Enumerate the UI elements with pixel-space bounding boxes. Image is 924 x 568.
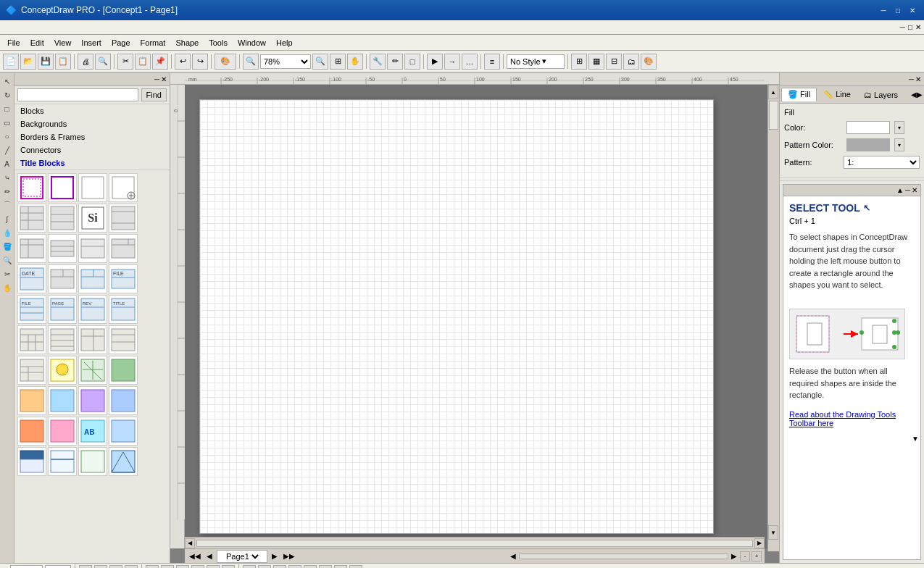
shape-12[interactable] [109, 234, 138, 263]
page-last-button[interactable]: ▶▶ [282, 552, 296, 560]
pattern-color-swatch[interactable] [846, 138, 890, 151]
help-scroll-down-button[interactable]: ▼ [912, 435, 919, 443]
shape-28[interactable] [109, 356, 138, 385]
grid-button[interactable]: ⊞ [571, 54, 587, 70]
underline-button[interactable]: U [176, 565, 189, 568]
category-connectors[interactable]: Connectors [14, 143, 170, 156]
print-button[interactable]: 🖨 [78, 54, 93, 70]
cut-button[interactable]: ✂ [117, 54, 133, 70]
shape-1[interactable] [17, 173, 46, 202]
category-blocks[interactable]: Blocks [14, 104, 170, 117]
tool-1[interactable]: 🔧 [370, 54, 386, 70]
align-top-button[interactable]: ⊤ [304, 565, 317, 568]
shape-38[interactable] [48, 447, 77, 476]
shape-29[interactable] [17, 386, 46, 415]
horizontal-scrollbar[interactable]: ◀ ▶ [185, 537, 765, 548]
menu-window[interactable]: Window [233, 37, 270, 49]
canvas-scroll[interactable] [185, 85, 779, 548]
right-tabs-scroll-left[interactable]: ◀ [911, 91, 917, 99]
page-next-button[interactable]: ▶ [270, 552, 279, 560]
select-tool[interactable]: ↖ [1, 75, 14, 88]
category-title-blocks[interactable]: Title Blocks [14, 156, 170, 170]
shape-8[interactable] [109, 204, 138, 233]
tool-6[interactable]: … [462, 54, 478, 70]
tool-2[interactable]: ✏ [387, 54, 403, 70]
close-button[interactable]: ✕ [907, 4, 918, 16]
connect-tool[interactable]: ⤷ [1, 171, 14, 184]
shape-6[interactable] [48, 204, 77, 233]
search-input[interactable] [17, 88, 138, 101]
menu-shape[interactable]: Shape [171, 37, 203, 49]
help-link[interactable]: Read about the Drawing Tools Toolbar her… [789, 410, 896, 427]
shape-10[interactable] [48, 234, 77, 263]
bezier-tool[interactable]: ∫ [1, 212, 14, 225]
shape-15[interactable] [78, 264, 107, 293]
italic-button[interactable]: I [161, 565, 174, 568]
crop-tool[interactable]: ✂ [1, 267, 14, 280]
zoom-select[interactable]: 78% [260, 54, 311, 69]
open-button[interactable]: 📂 [20, 54, 36, 70]
zoom-tool[interactable]: 🔍 [1, 254, 14, 267]
page-tab-1[interactable]: Page1 [217, 550, 267, 563]
layers-button[interactable]: 🗂 [623, 54, 639, 70]
save-button[interactable]: 💾 [38, 54, 54, 70]
font-larger-button[interactable]: A+ [79, 565, 92, 568]
scroll-thumb-h[interactable] [196, 540, 753, 547]
shape-4[interactable] [109, 173, 138, 202]
scroll-right-button[interactable]: ▶ [731, 552, 737, 560]
align-bottom-button[interactable]: ⊥ [334, 565, 347, 568]
undo-button[interactable]: ↩ [175, 54, 191, 70]
help-panel-minimize[interactable]: ─ [905, 186, 910, 194]
shape-9[interactable] [17, 234, 46, 263]
tool-7[interactable]: ≡ [484, 54, 500, 70]
shape-13[interactable]: DATE [17, 264, 46, 293]
columns-button[interactable]: ⊟ [606, 54, 622, 70]
category-backgrounds[interactable]: Backgrounds [14, 117, 170, 130]
right-panel-minimize[interactable]: ─ [909, 75, 914, 83]
help-panel-close[interactable]: ✕ [912, 186, 917, 194]
zoom-fit-button[interactable]: ⊞ [330, 54, 346, 70]
ellipse-tool[interactable]: ○ [1, 130, 14, 143]
minimize-button[interactable]: ─ [878, 4, 889, 16]
pen-tool[interactable]: ✏ [1, 185, 14, 198]
font-select[interactable]: Arial [10, 565, 43, 568]
redo-button[interactable]: ↪ [192, 54, 208, 70]
shape-36[interactable] [109, 417, 138, 446]
shape-30[interactable] [48, 386, 77, 415]
align-left-button[interactable]: ≡ [243, 565, 256, 568]
shape-27[interactable] [78, 356, 107, 385]
shape-16[interactable]: FILE [109, 264, 138, 293]
fill-tool[interactable]: 🪣 [1, 240, 14, 253]
left-panel-minimize[interactable]: ─ [154, 75, 159, 83]
tab-layers[interactable]: 🗂 Layers [857, 88, 904, 101]
shape-40[interactable] [109, 447, 138, 476]
zoom-out-button[interactable]: 🔍 [312, 54, 328, 70]
left-panel-close[interactable]: ✕ [161, 75, 167, 83]
scroll-left-button[interactable]: ◀ [510, 552, 516, 560]
shape-25[interactable] [17, 356, 46, 385]
shape-19[interactable]: REV [78, 295, 107, 324]
menu-tools[interactable]: Tools [204, 37, 232, 49]
page-select[interactable]: Page1 [223, 551, 261, 561]
new-button[interactable]: 📄 [3, 54, 19, 70]
shape-tool[interactable]: □ [1, 102, 14, 115]
menu-help[interactable]: Help [272, 37, 297, 49]
font-highlight-button[interactable]: ✏ [125, 565, 138, 568]
menu-page[interactable]: Page [107, 37, 135, 49]
shape-37[interactable] [17, 447, 46, 476]
category-borders[interactable]: Borders & Frames [14, 130, 170, 143]
rect-tool[interactable]: ▭ [1, 116, 14, 129]
line-tool[interactable]: ╱ [1, 143, 14, 156]
tab-line[interactable]: 📏 Line [817, 88, 857, 101]
tool-4[interactable]: ▶ [427, 54, 443, 70]
copy-button[interactable]: 📋 [135, 54, 151, 70]
right-tabs-scroll-right[interactable]: ▶ [917, 91, 923, 99]
align-right-button[interactable]: ≡ [273, 565, 286, 568]
shape-20[interactable]: TITLE [109, 295, 138, 324]
find-button[interactable]: Find [141, 88, 167, 101]
menu-edit[interactable]: Edit [26, 37, 49, 49]
menu-insert[interactable]: Insert [77, 37, 106, 49]
mdi-restore-button[interactable]: □ [908, 23, 912, 31]
shape-7[interactable]: Si [78, 204, 107, 233]
shape-23[interactable] [78, 325, 107, 354]
